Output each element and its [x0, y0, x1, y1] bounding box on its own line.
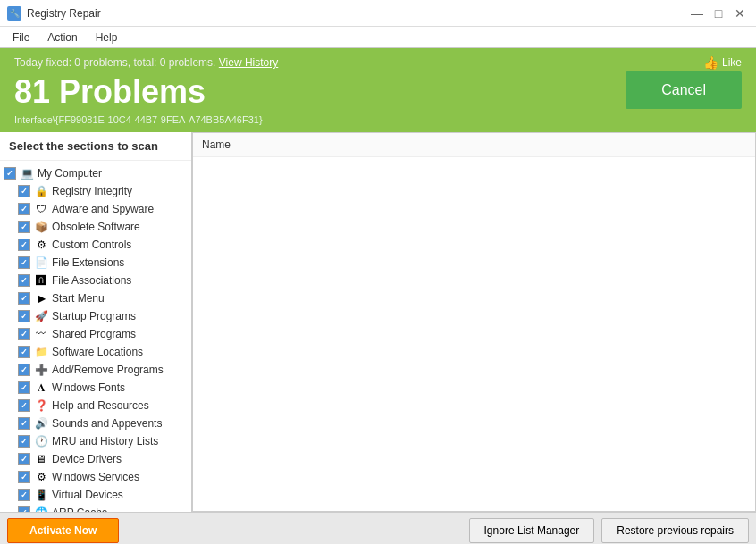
menu-file[interactable]: File: [4, 29, 38, 46]
left-panel: Select the sections to scan 💻My Computer…: [0, 132, 192, 512]
tree-item-label: Windows Fonts: [52, 381, 125, 394]
header-path: Interface\{FF99081E-10C4-44B7-9FEA-A74BB…: [14, 114, 742, 125]
right-panel: Name: [192, 132, 756, 512]
tree-list[interactable]: 💻My Computer🔒Registry Integrity🛡Adware a…: [0, 161, 191, 512]
right-panel-header: Name: [193, 133, 755, 157]
restore-repairs-button[interactable]: Restore previous repairs: [601, 518, 749, 543]
tree-item[interactable]: 💻My Computer: [0, 164, 191, 182]
tree-item-icon: 📁: [34, 345, 48, 359]
tree-item-icon: 🔒: [34, 184, 48, 198]
view-history-link[interactable]: View History: [219, 56, 278, 69]
title-bar: 🔧 Registry Repair — □ ✕: [0, 0, 756, 27]
tree-item[interactable]: 📄File Extensions: [0, 254, 191, 272]
tree-item-icon: 🕐: [34, 434, 48, 448]
tree-checkbox[interactable]: [18, 399, 30, 412]
tree-checkbox[interactable]: [18, 274, 30, 287]
tree-item-icon: 🅰: [34, 273, 48, 288]
maximize-button[interactable]: □: [710, 4, 727, 22]
right-panel-content: [193, 157, 755, 511]
tree-item-icon: 📱: [34, 488, 48, 502]
tree-checkbox[interactable]: [18, 435, 30, 448]
tree-checkbox[interactable]: [18, 364, 30, 376]
tree-checkbox[interactable]: [18, 185, 30, 197]
like-label[interactable]: Like: [722, 56, 742, 69]
tree-item[interactable]: 📦Obsolete Software: [0, 218, 191, 236]
close-button[interactable]: ✕: [731, 4, 749, 22]
tree-item-icon: ▶: [34, 291, 48, 305]
like-section: 👍 Like: [703, 55, 742, 70]
minimize-button[interactable]: —: [688, 4, 706, 22]
tree-item-label: Adware and Spyware: [52, 203, 154, 215]
tree-item[interactable]: ❓Help and Resources: [0, 397, 191, 414]
tree-checkbox[interactable]: [18, 310, 30, 322]
menu-action[interactable]: Action: [38, 29, 86, 46]
tree-checkbox[interactable]: [18, 346, 30, 358]
tree-checkbox[interactable]: [18, 471, 30, 483]
activate-button[interactable]: Activate Now: [7, 518, 119, 543]
main-content: Select the sections to scan 💻My Computer…: [0, 132, 756, 512]
menu-help[interactable]: Help: [87, 29, 127, 46]
tree-item[interactable]: 🛡Adware and Spyware: [0, 200, 191, 218]
tree-item-label: Startup Programs: [52, 310, 136, 322]
tree-item[interactable]: ⚙Windows Services: [0, 468, 191, 486]
tree-checkbox[interactable]: [18, 292, 30, 305]
tree-item-icon: ➕: [34, 363, 48, 377]
tree-checkbox[interactable]: [18, 417, 30, 430]
app-title: Registry Repair: [27, 7, 101, 20]
tree-item[interactable]: 𝐀Windows Fonts: [0, 379, 191, 397]
tree-item-icon: ❓: [34, 398, 48, 413]
tree-item[interactable]: 📱Virtual Devices: [0, 486, 191, 504]
tree-item-icon: 🛡: [34, 202, 48, 216]
tree-checkbox[interactable]: [18, 203, 30, 215]
tree-item-label: Start Menu: [52, 292, 105, 305]
tree-item-icon: 🔊: [34, 416, 48, 431]
tree-item-label: Sounds and Appevents: [52, 417, 162, 430]
tree-item-label: Custom Controls: [52, 239, 131, 251]
tree-checkbox[interactable]: [4, 167, 16, 180]
ignore-list-button[interactable]: Ignore List Manager: [469, 518, 595, 543]
window-controls: — □ ✕: [688, 4, 749, 22]
cancel-button[interactable]: Cancel: [626, 71, 742, 109]
tree-checkbox[interactable]: [18, 489, 30, 501]
tree-item-label: Add/Remove Programs: [52, 364, 164, 376]
tree-item-icon: ⚙: [34, 470, 48, 484]
tree-item-label: My Computer: [38, 167, 102, 180]
tree-item-label: Obsolete Software: [52, 221, 140, 233]
left-panel-title: Select the sections to scan: [0, 132, 191, 161]
tree-item-label: File Associations: [52, 274, 131, 287]
tree-item[interactable]: 🅰File Associations: [0, 272, 191, 289]
tree-item[interactable]: ⚙Custom Controls: [0, 236, 191, 254]
header-banner: Today fixed: 0 problems, total: 0 proble…: [0, 48, 756, 132]
tree-item[interactable]: 🚀Startup Programs: [0, 307, 191, 325]
header-summary: Today fixed: 0 problems, total: 0 proble…: [14, 56, 278, 69]
tree-item[interactable]: 🕐MRU and History Lists: [0, 432, 191, 450]
tree-item-icon: 💻: [20, 166, 34, 180]
like-icon: 👍: [703, 55, 718, 70]
tree-item[interactable]: ▶Start Menu: [0, 289, 191, 307]
tree-checkbox[interactable]: [18, 453, 30, 465]
tree-checkbox[interactable]: [18, 256, 30, 269]
menu-bar: File Action Help: [0, 27, 756, 48]
footer: Activate Now Ignore List Manager Restore…: [0, 512, 756, 544]
tree-item[interactable]: 🖥Device Drivers: [0, 450, 191, 468]
tree-item-label: Device Drivers: [52, 453, 122, 465]
tree-item[interactable]: 🔒Registry Integrity: [0, 182, 191, 200]
tree-item[interactable]: 🌐ARP Cache: [0, 504, 191, 512]
tree-checkbox[interactable]: [18, 239, 30, 251]
tree-item-icon: ⚙: [34, 238, 48, 252]
tree-item-icon: 𝐀: [34, 381, 48, 395]
tree-item[interactable]: 📁Software Locations: [0, 343, 191, 361]
tree-item[interactable]: 🔊Sounds and Appevents: [0, 414, 191, 432]
tree-item[interactable]: ➕Add/Remove Programs: [0, 361, 191, 379]
tree-item[interactable]: 〰Shared Programs: [0, 325, 191, 343]
tree-item-label: MRU and History Lists: [52, 435, 158, 448]
tree-checkbox[interactable]: [18, 328, 30, 340]
tree-item-label: Help and Resources: [52, 399, 149, 412]
tree-checkbox[interactable]: [18, 506, 30, 512]
tree-item-label: Software Locations: [52, 346, 143, 358]
tree-checkbox[interactable]: [18, 221, 30, 233]
tree-item-icon: 🚀: [34, 309, 48, 323]
tree-checkbox[interactable]: [18, 381, 30, 394]
app-icon: 🔧: [7, 6, 21, 21]
tree-item-icon: 📦: [34, 220, 48, 234]
